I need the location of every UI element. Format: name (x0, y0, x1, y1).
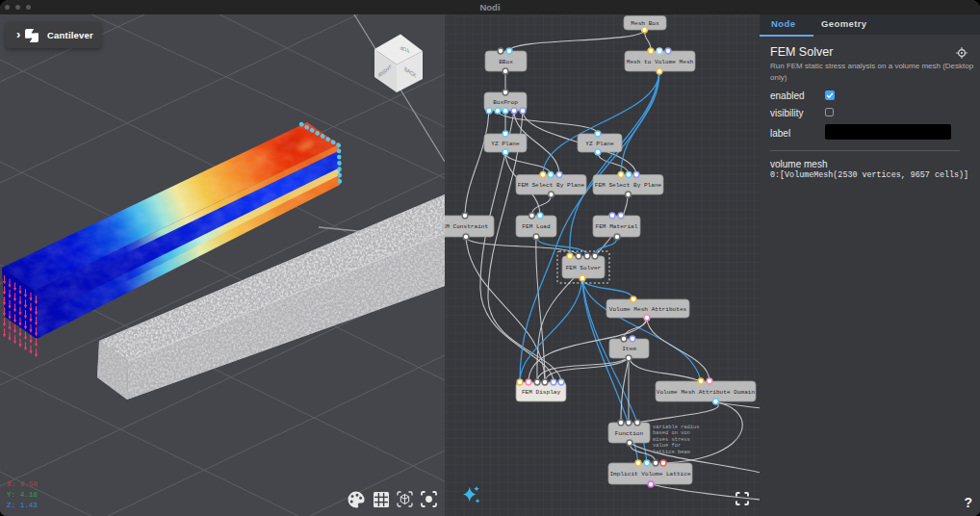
svg-text:Mesh Box: Mesh Box (631, 20, 659, 27)
svg-text:FEM Display: FEM Display (522, 389, 561, 396)
svg-text:Mesh to Volume Mesh: Mesh to Volume Mesh (627, 59, 694, 65)
svg-text:FEM Solver: FEM Solver (566, 265, 602, 271)
svg-text:FEM Select By Plane: FEM Select By Plane (595, 182, 662, 189)
svg-text:YZ Plane: YZ Plane (585, 141, 614, 147)
svg-text:Volume Mesh Attribute Domain: Volume Mesh Attribute Domain (657, 389, 756, 396)
svg-text:Implicit Volume Lattice: Implicit Volume Lattice (609, 471, 690, 477)
svg-text:value for: value for (653, 443, 681, 449)
svg-text:YZ Plane: YZ Plane (491, 141, 520, 147)
svg-text:FEM Material: FEM Material (596, 223, 638, 230)
svg-text:Function: Function (615, 430, 644, 437)
svg-text:based on von: based on von (653, 430, 690, 436)
svg-text:BBox: BBox (499, 59, 513, 65)
svg-text:Volume Mesh Attributes: Volume Mesh Attributes (609, 306, 687, 313)
svg-text:FEM Select By Plane: FEM Select By Plane (518, 182, 585, 189)
svg-text:Item: Item (622, 346, 636, 352)
svg-text:mises stress: mises stress (653, 437, 690, 443)
svg-text:FEM Constraint: FEM Constraint (445, 223, 488, 230)
svg-text:BoxProp: BoxProp (493, 99, 518, 106)
svg-text:lattice beam: lattice beam (653, 450, 690, 455)
svg-text:variable radius: variable radius (653, 425, 700, 430)
svg-text:FEM Load: FEM Load (522, 223, 551, 230)
